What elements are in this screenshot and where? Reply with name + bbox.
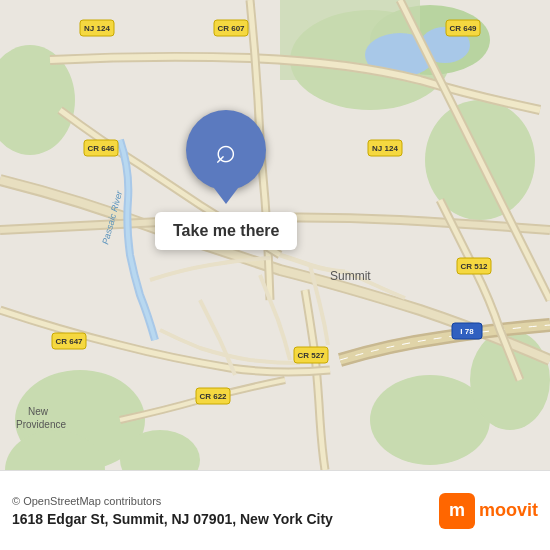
svg-text:CR 607: CR 607 (217, 24, 245, 33)
address-text: 1618 Edgar St, Summit, NJ 07901, New Yor… (12, 511, 333, 527)
attribution-text: © OpenStreetMap contributors (12, 495, 333, 507)
moovit-brand-text: moovit (479, 500, 538, 521)
svg-text:New: New (28, 406, 49, 417)
map-pin-bubble: ⌕ (186, 110, 266, 190)
svg-text:I 78: I 78 (460, 327, 474, 336)
moovit-icon: m (439, 493, 475, 529)
map-container: NJ 124 CR 607 CR 649 CR 646 NJ 124 CR 51… (0, 0, 550, 470)
bottom-bar: © OpenStreetMap contributors 1618 Edgar … (0, 470, 550, 550)
svg-text:CR 622: CR 622 (199, 392, 227, 401)
svg-text:CR 646: CR 646 (87, 144, 115, 153)
svg-text:Summit: Summit (330, 269, 371, 283)
location-pin-icon: ⌕ (215, 132, 237, 168)
moovit-m-letter: m (449, 500, 465, 521)
bottom-left-info: © OpenStreetMap contributors 1618 Edgar … (12, 495, 333, 527)
svg-text:NJ 124: NJ 124 (372, 144, 398, 153)
svg-text:NJ 124: NJ 124 (84, 24, 110, 33)
moovit-logo: m moovit (439, 493, 538, 529)
svg-text:CR 649: CR 649 (449, 24, 477, 33)
svg-text:Providence: Providence (16, 419, 66, 430)
svg-text:CR 647: CR 647 (55, 337, 83, 346)
svg-text:CR 527: CR 527 (297, 351, 325, 360)
svg-text:CR 512: CR 512 (460, 262, 488, 271)
take-me-there-button[interactable]: Take me there (155, 212, 297, 250)
map-popup: ⌕ Take me there (155, 110, 297, 250)
